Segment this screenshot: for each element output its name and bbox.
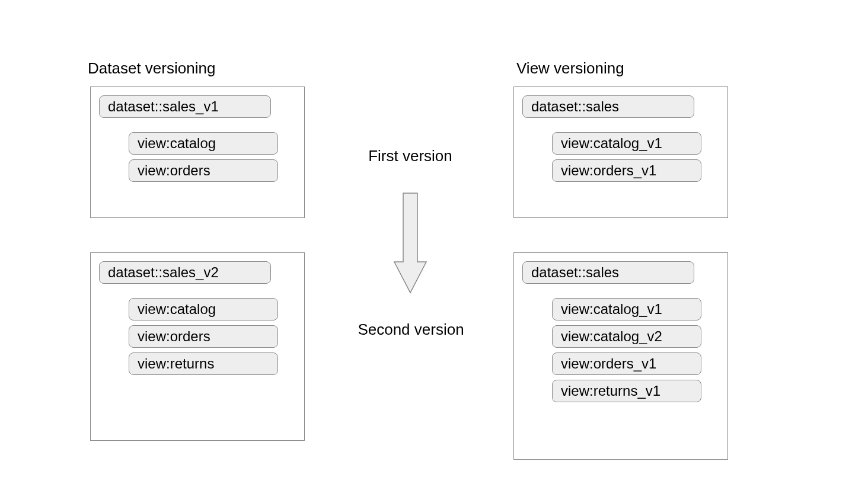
left-panel-2: dataset::sales_v2 view:catalog view:orde… — [90, 252, 305, 441]
views-group: view:catalog_v1 view:orders_v1 — [552, 132, 719, 182]
view-pill: view:orders — [129, 325, 278, 348]
left-title: Dataset versioning — [88, 59, 215, 78]
right-panel-2: dataset::sales view:catalog_v1 view:cata… — [513, 252, 728, 460]
left-panel-1: dataset::sales_v1 view:catalog view:orde… — [90, 86, 305, 218]
second-version-label: Second version — [343, 320, 479, 339]
view-pill: view:returns — [129, 352, 278, 375]
views-group: view:catalog_v1 view:catalog_v2 view:ord… — [552, 298, 719, 402]
view-pill: view:catalog_v1 — [552, 132, 701, 155]
view-pill: view:catalog_v1 — [552, 298, 701, 320]
dataset-pill: dataset::sales_v1 — [99, 95, 271, 118]
view-pill: view:returns_v1 — [552, 380, 701, 402]
diagram-canvas: Dataset versioning View versioning datas… — [0, 0, 868, 500]
views-group: view:catalog view:orders view:returns — [129, 298, 296, 375]
view-pill: view:catalog — [129, 298, 278, 320]
view-pill: view:orders — [129, 159, 278, 182]
view-pill: view:orders_v1 — [552, 352, 701, 375]
view-pill: view:catalog_v2 — [552, 325, 701, 348]
view-pill: view:catalog — [129, 132, 278, 155]
dataset-pill: dataset::sales_v2 — [99, 261, 271, 284]
down-arrow-icon — [390, 191, 431, 300]
dataset-pill: dataset::sales — [522, 95, 694, 118]
right-title: View versioning — [516, 59, 624, 78]
first-version-label: First version — [351, 147, 470, 165]
view-pill: view:orders_v1 — [552, 159, 701, 182]
right-panel-1: dataset::sales view:catalog_v1 view:orde… — [513, 86, 728, 218]
views-group: view:catalog view:orders — [129, 132, 296, 182]
dataset-pill: dataset::sales — [522, 261, 694, 284]
